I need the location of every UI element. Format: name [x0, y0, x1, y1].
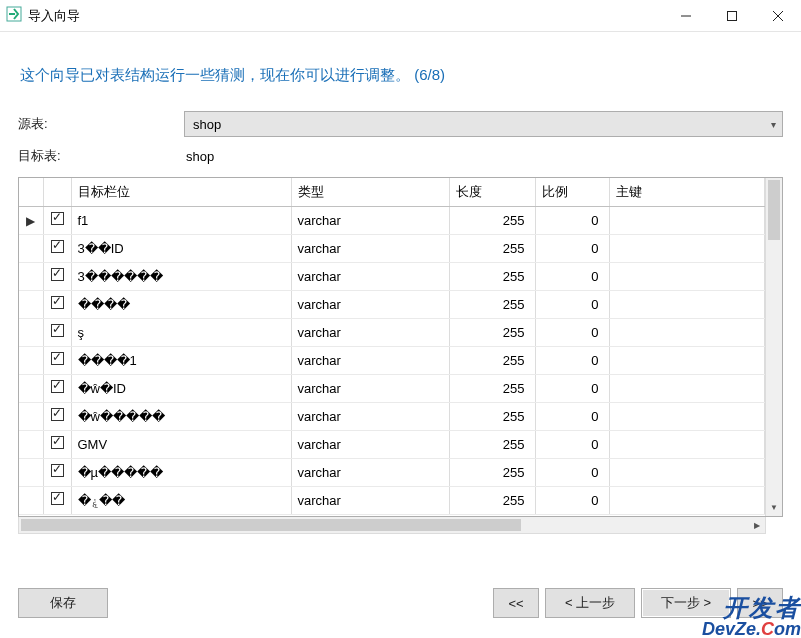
save-button[interactable]: 保存 [18, 588, 108, 618]
cell-pk[interactable] [609, 458, 765, 486]
table-row[interactable]: 3��IDvarchar2550 [19, 234, 765, 262]
cell-field[interactable]: GMV [71, 430, 291, 458]
cell-scale[interactable]: 0 [535, 206, 609, 234]
cell-field[interactable]: 3������ [71, 262, 291, 290]
minimize-button[interactable] [663, 0, 709, 32]
cell-type[interactable]: varchar [291, 290, 449, 318]
cell-length[interactable]: 255 [449, 206, 535, 234]
cell-scale[interactable]: 0 [535, 234, 609, 262]
cell-pk[interactable] [609, 346, 765, 374]
cell-length[interactable]: 255 [449, 346, 535, 374]
cell-pk[interactable] [609, 430, 765, 458]
column-header-scale[interactable]: 比例 [535, 178, 609, 206]
cell-type[interactable]: varchar [291, 318, 449, 346]
scroll-thumb-h[interactable] [21, 519, 521, 531]
table-row[interactable]: �ۼ��varchar2550 [19, 486, 765, 514]
table-row[interactable]: 3������varchar2550 [19, 262, 765, 290]
svg-rect-1 [9, 13, 15, 15]
table-row[interactable]: �µ�����varchar2550 [19, 458, 765, 486]
cell-scale[interactable]: 0 [535, 486, 609, 514]
row-checkbox[interactable] [51, 436, 64, 449]
cell-length[interactable]: 255 [449, 430, 535, 458]
back-button[interactable]: < 上一步 [545, 588, 635, 618]
cell-scale[interactable]: 0 [535, 346, 609, 374]
table-row[interactable]: �ŵ�����varchar2550 [19, 402, 765, 430]
table-row[interactable]: �ŵ�IDvarchar2550 [19, 374, 765, 402]
table-row[interactable]: ▶f1varchar2550 [19, 206, 765, 234]
column-header-field[interactable]: 目标栏位 [71, 178, 291, 206]
row-checkbox[interactable] [51, 352, 64, 365]
cell-scale[interactable]: 0 [535, 430, 609, 458]
row-checkbox[interactable] [51, 240, 64, 253]
cell-length[interactable]: 255 [449, 402, 535, 430]
column-header-pk[interactable]: 主键 [609, 178, 765, 206]
cell-length[interactable]: 255 [449, 318, 535, 346]
cell-field[interactable]: ���� [71, 290, 291, 318]
table-row[interactable]: GMVvarchar2550 [19, 430, 765, 458]
column-header-type[interactable]: 类型 [291, 178, 449, 206]
cell-length[interactable]: 255 [449, 290, 535, 318]
row-checkbox[interactable] [51, 408, 64, 421]
scroll-down-icon[interactable]: ▼ [766, 499, 782, 516]
cell-type[interactable]: varchar [291, 402, 449, 430]
cell-field[interactable]: �ŵ����� [71, 402, 291, 430]
cell-type[interactable]: varchar [291, 346, 449, 374]
scroll-right-icon[interactable]: ▶ [748, 517, 765, 533]
cell-scale[interactable]: 0 [535, 402, 609, 430]
row-checkbox[interactable] [51, 212, 64, 225]
cell-type[interactable]: varchar [291, 262, 449, 290]
cell-field[interactable]: ����1 [71, 346, 291, 374]
cell-field[interactable]: ş [71, 318, 291, 346]
maximize-button[interactable] [709, 0, 755, 32]
row-checkbox[interactable] [51, 380, 64, 393]
table-row[interactable]: ����varchar2550 [19, 290, 765, 318]
column-header-indicator[interactable] [19, 178, 43, 206]
cell-field[interactable]: f1 [71, 206, 291, 234]
cell-field[interactable]: �ۼ�� [71, 486, 291, 514]
cell-type[interactable]: varchar [291, 486, 449, 514]
cell-scale[interactable]: 0 [535, 374, 609, 402]
row-checkbox[interactable] [51, 268, 64, 281]
cell-length[interactable]: 255 [449, 374, 535, 402]
cell-pk[interactable] [609, 206, 765, 234]
cell-type[interactable]: varchar [291, 206, 449, 234]
cell-pk[interactable] [609, 290, 765, 318]
cell-scale[interactable]: 0 [535, 262, 609, 290]
vertical-scrollbar[interactable]: ▲ ▼ [765, 178, 782, 516]
cell-scale[interactable]: 0 [535, 458, 609, 486]
row-checkbox[interactable] [51, 324, 64, 337]
cell-type[interactable]: varchar [291, 458, 449, 486]
column-header-length[interactable]: 长度 [449, 178, 535, 206]
cell-length[interactable]: 255 [449, 234, 535, 262]
cell-type[interactable]: varchar [291, 234, 449, 262]
source-table-select[interactable]: shop ▾ [184, 111, 783, 137]
cell-field[interactable]: �µ����� [71, 458, 291, 486]
table-row[interactable]: ����1varchar2550 [19, 346, 765, 374]
cell-pk[interactable] [609, 374, 765, 402]
cell-pk[interactable] [609, 234, 765, 262]
row-checkbox[interactable] [51, 296, 64, 309]
cell-scale[interactable]: 0 [535, 290, 609, 318]
table-row[interactable]: şvarchar2550 [19, 318, 765, 346]
cell-length[interactable]: 255 [449, 458, 535, 486]
cell-pk[interactable] [609, 486, 765, 514]
cell-type[interactable]: varchar [291, 374, 449, 402]
cell-field[interactable]: �ŵ�ID [71, 374, 291, 402]
cell-pk[interactable] [609, 402, 765, 430]
cell-pk[interactable] [609, 262, 765, 290]
cell-field[interactable]: 3��ID [71, 234, 291, 262]
cell-length[interactable]: 255 [449, 262, 535, 290]
last-button[interactable]: >> [737, 588, 783, 618]
scroll-thumb[interactable] [768, 180, 780, 240]
next-button[interactable]: 下一步 > [641, 588, 731, 618]
row-checkbox[interactable] [51, 492, 64, 505]
horizontal-scrollbar[interactable]: ◀ ▶ [18, 517, 766, 534]
cell-type[interactable]: varchar [291, 430, 449, 458]
cell-scale[interactable]: 0 [535, 318, 609, 346]
row-checkbox[interactable] [51, 464, 64, 477]
cell-length[interactable]: 255 [449, 486, 535, 514]
cell-pk[interactable] [609, 318, 765, 346]
column-header-check[interactable] [43, 178, 71, 206]
close-button[interactable] [755, 0, 801, 32]
first-button[interactable]: << [493, 588, 539, 618]
